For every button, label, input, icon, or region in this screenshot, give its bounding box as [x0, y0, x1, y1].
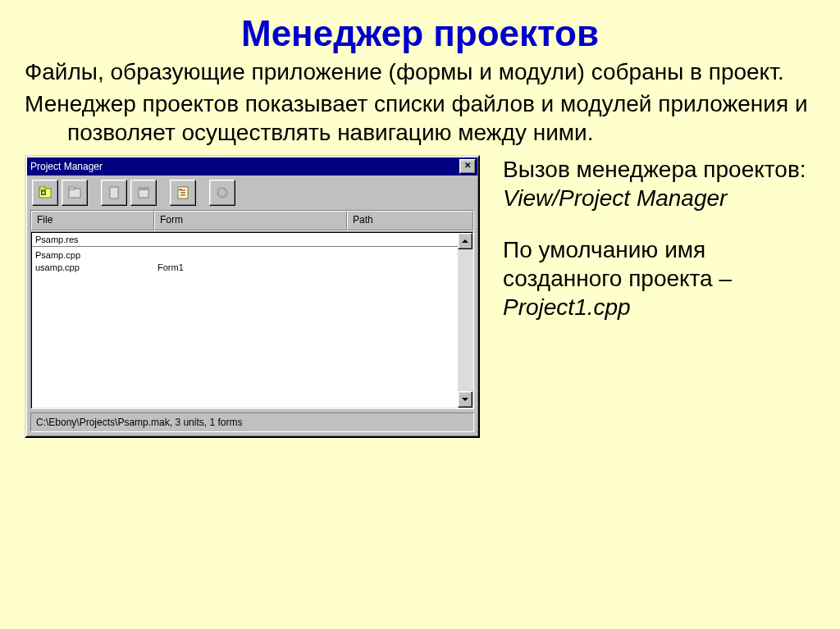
chevron-up-icon — [462, 239, 468, 243]
close-icon: ✕ — [464, 161, 471, 170]
header-form[interactable]: Form — [154, 211, 347, 230]
side-notes: Вызов менеджера проектов: View/Project M… — [503, 155, 824, 438]
view-unit-button[interactable] — [101, 180, 127, 206]
list-separator — [32, 246, 458, 248]
svg-rect-1 — [39, 187, 45, 189]
content-columns: Project Manager ✕ — [0, 150, 840, 438]
call-menu-path: View/Project Manager — [503, 185, 727, 211]
header-file[interactable]: File — [31, 211, 154, 230]
add-file-icon — [38, 185, 52, 200]
svg-rect-7 — [110, 187, 118, 198]
toolbar-separator-3 — [199, 180, 208, 205]
vertical-scrollbar[interactable] — [458, 233, 472, 408]
call-paragraph: Вызов менеджера проектов: View/Project M… — [503, 155, 824, 212]
window-chrome: Project Manager ✕ — [25, 155, 480, 438]
slide-body: Файлы, образующие приложение (формы и мо… — [0, 54, 840, 147]
view-form-button[interactable] — [130, 180, 157, 206]
close-button[interactable]: ✕ — [459, 159, 476, 174]
default-paragraph: По умолчанию имя созданного проекта – Pr… — [503, 235, 824, 321]
table-row[interactable]: usamp.cpp Form1 — [32, 261, 458, 273]
svg-rect-6 — [69, 187, 75, 189]
table-row[interactable]: Psamp.res — [32, 233, 458, 245]
cell-file: Psamp.cpp — [32, 250, 154, 260]
table-row[interactable]: Psamp.cpp — [32, 248, 458, 261]
header-path[interactable]: Path — [347, 211, 473, 230]
svg-point-14 — [217, 188, 227, 198]
para-2: Менеджер проектов показывает списки файл… — [25, 89, 824, 147]
svg-rect-5 — [69, 189, 80, 198]
para-1: Файлы, образующие приложение (формы и мо… — [25, 57, 824, 86]
column-headers: File Form Path — [30, 210, 474, 231]
cell-file: Psamp.res — [32, 235, 154, 244]
titlebar[interactable]: Project Manager ✕ — [27, 157, 477, 175]
cell-file: usamp.cpp — [32, 262, 154, 272]
project-manager-window: Project Manager ✕ — [25, 155, 480, 438]
svg-rect-9 — [139, 188, 148, 190]
list-rows-container: Psamp.res Psamp.cpp — [32, 233, 458, 408]
toolbar — [27, 175, 477, 210]
chevron-down-icon — [462, 398, 468, 401]
remove-file-icon — [67, 185, 82, 200]
slide: Менеджер проектов Файлы, образующие прил… — [0, 0, 840, 629]
call-label: Вызов менеджера проектов: — [503, 157, 806, 182]
update-button[interactable] — [209, 180, 235, 206]
status-bar: C:\Ebony\Projects\Psamp.mak, 3 units, 1 … — [30, 412, 474, 432]
toolbar-separator-2 — [160, 180, 168, 205]
window-title: Project Manager — [30, 161, 459, 172]
scroll-up-button[interactable] — [458, 233, 472, 249]
listbox-inner: Psamp.res Psamp.cpp — [31, 232, 473, 408]
status-text: C:\Ebony\Projects\Psamp.mak, 3 units, 1 … — [36, 417, 242, 428]
file-listbox[interactable]: Psamp.res Psamp.cpp — [30, 231, 474, 409]
options-icon — [176, 185, 190, 200]
remove-file-button[interactable] — [62, 180, 88, 206]
scrollbar-track[interactable] — [458, 249, 472, 391]
refresh-icon — [215, 185, 230, 200]
options-button[interactable] — [170, 180, 196, 206]
window-inner: Project Manager ✕ — [26, 157, 478, 436]
scroll-down-button[interactable] — [458, 391, 472, 408]
form-icon — [136, 185, 151, 200]
toolbar-separator — [91, 180, 99, 205]
page-icon — [107, 185, 121, 200]
cell-form: Form1 — [154, 262, 346, 272]
default-name-label: По умолчанию имя созданного проекта – — [503, 237, 732, 291]
add-file-button[interactable] — [32, 180, 58, 206]
default-project-name: Project1.cpp — [503, 294, 631, 320]
slide-title: Менеджер проектов — [0, 0, 840, 54]
